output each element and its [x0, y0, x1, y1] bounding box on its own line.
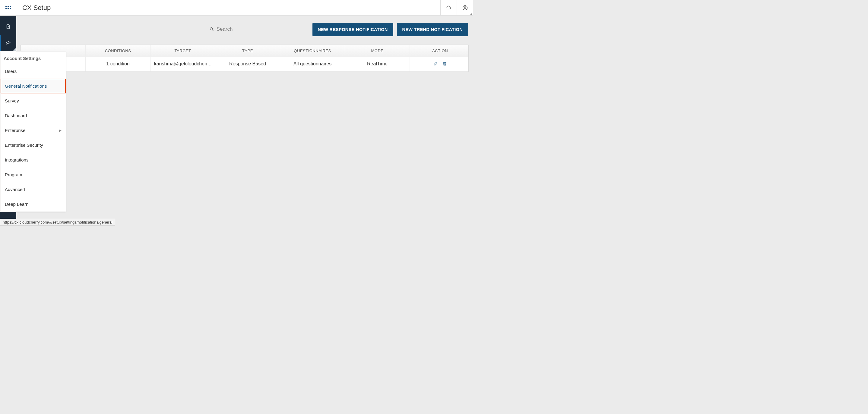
trash-icon	[442, 61, 447, 66]
sidebar-item-label: Program	[5, 172, 22, 177]
td-target: karishma@getcloudcherr...	[151, 57, 215, 71]
toolbar: NEW RESPONSE NOTIFICATION NEW TREND NOTI…	[21, 23, 469, 36]
apps-grid-icon	[5, 6, 11, 10]
bank-icon	[446, 5, 452, 11]
account-settings-flyout: Account Settings Users General Notificat…	[0, 51, 66, 212]
sidebar-item-label: Dashboard	[5, 113, 27, 118]
td-type: Response Based	[215, 57, 280, 71]
topbar-right	[440, 0, 473, 16]
table-row[interactable]: 1 condition karishma@getcloudcherr... Re…	[21, 57, 468, 72]
svg-point-1	[464, 6, 466, 8]
search-icon	[209, 27, 214, 32]
td-questionnaires: All questionnaires	[280, 57, 345, 71]
chevron-right-icon: ▶	[59, 128, 62, 133]
status-bar-url: https://cx.cloudcherry.com/#/setup/setti…	[0, 219, 115, 226]
dropdown-indicator-icon	[470, 13, 472, 15]
clipboard-check-icon	[5, 24, 11, 30]
notifications-table: CONDITIONS TARGET TYPE QUESTIONNAIRES MO…	[21, 44, 469, 72]
sidebar-item-deep-learn[interactable]: Deep Learn	[1, 197, 66, 211]
flyout-heading: Account Settings	[1, 51, 66, 64]
top-bar: CX Setup	[0, 0, 473, 16]
svg-point-3	[210, 27, 212, 30]
th-conditions: CONDITIONS	[86, 45, 151, 57]
edit-icon	[433, 61, 438, 66]
sidebar-item-label: Users	[5, 69, 17, 74]
share-arrow-icon	[5, 40, 11, 46]
th-action: ACTION	[410, 45, 470, 57]
table-header-row: CONDITIONS TARGET TYPE QUESTIONNAIRES MO…	[21, 45, 468, 57]
sidebar-item-dashboard[interactable]: Dashboard	[1, 108, 66, 123]
th-questionnaires: QUESTIONNAIRES	[280, 45, 345, 57]
table-body: 1 condition karishma@getcloudcherr... Re…	[21, 57, 468, 72]
delete-button[interactable]	[442, 61, 447, 67]
sidebar-item-integrations[interactable]: Integrations	[1, 152, 66, 167]
user-menu-button[interactable]	[457, 0, 473, 16]
submenu-indicator-icon	[13, 48, 16, 50]
sidebar-item-general-notifications[interactable]: General Notifications	[1, 79, 66, 94]
th-type: TYPE	[215, 45, 280, 57]
rail-item-share[interactable]	[0, 35, 16, 51]
sidebar-item-survey[interactable]: Survey	[1, 94, 66, 108]
new-response-notification-button[interactable]: NEW RESPONSE NOTIFICATION	[312, 23, 393, 36]
page-title: CX Setup	[22, 4, 51, 12]
td-action	[410, 57, 470, 71]
edit-button[interactable]	[433, 61, 438, 67]
sidebar-item-label: Advanced	[5, 187, 25, 192]
sidebar-item-label: Deep Learn	[5, 202, 28, 207]
apps-launcher-button[interactable]	[0, 0, 16, 16]
sidebar-item-label: Enterprise Security	[5, 142, 43, 148]
sidebar-item-label: General Notifications	[5, 83, 47, 89]
sidebar-item-advanced[interactable]: Advanced	[1, 182, 66, 197]
org-button[interactable]	[440, 0, 457, 16]
td-mode: RealTime	[345, 57, 410, 71]
sidebar-item-enterprise[interactable]: Enterprise▶	[1, 123, 66, 138]
sidebar-item-label: Survey	[5, 98, 19, 103]
sidebar-item-label: Enterprise	[5, 128, 25, 133]
main-content: NEW RESPONSE NOTIFICATION NEW TREND NOTI…	[16, 16, 473, 226]
td-conditions: 1 condition	[86, 57, 151, 71]
sidebar-item-program[interactable]: Program	[1, 167, 66, 182]
th-target: TARGET	[151, 45, 215, 57]
sidebar-item-label: Integrations	[5, 157, 28, 163]
sidebar-item-users[interactable]: Users	[1, 64, 66, 79]
sidebar-item-enterprise-security[interactable]: Enterprise Security	[1, 138, 66, 152]
search-field-wrap[interactable]	[209, 25, 308, 34]
search-input[interactable]	[217, 26, 307, 32]
user-circle-icon	[462, 5, 468, 11]
th-mode: MODE	[345, 45, 410, 57]
rail-item-surveys[interactable]	[0, 19, 16, 35]
new-trend-notification-button[interactable]: NEW TREND NOTIFICATION	[397, 23, 468, 36]
